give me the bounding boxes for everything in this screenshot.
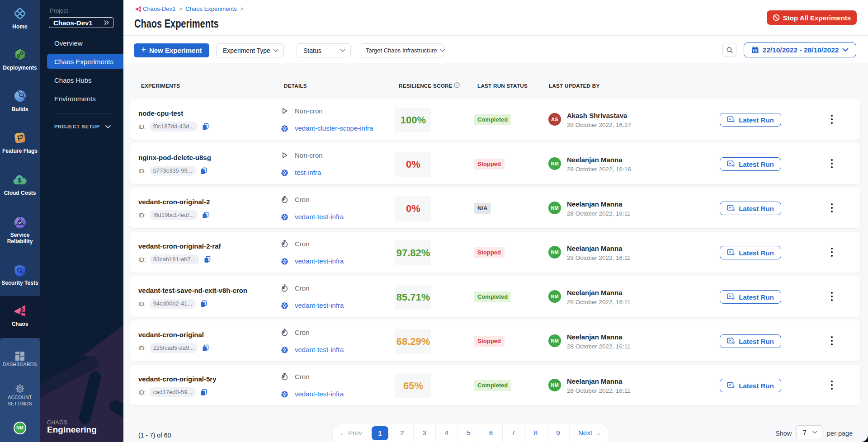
svg-text:$: $ [18, 176, 22, 184]
